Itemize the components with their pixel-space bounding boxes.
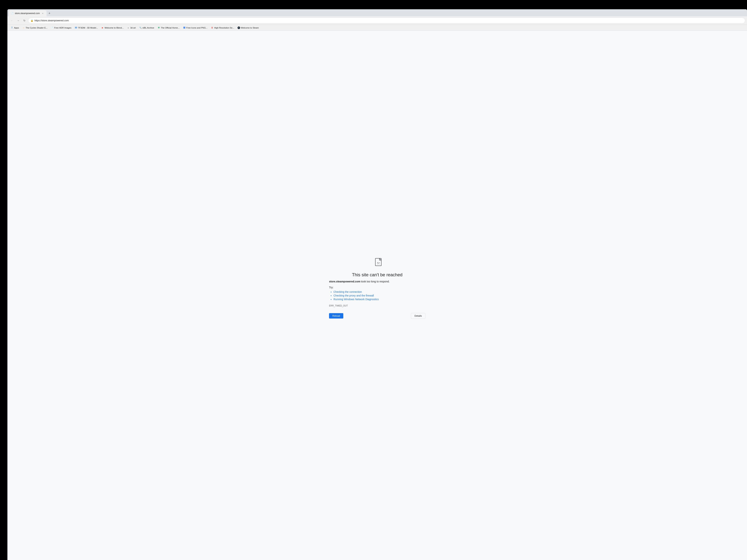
reload-button[interactable]: ↻	[22, 18, 27, 23]
bookmark-highres-label: High Resolution Se...	[214, 27, 234, 29]
bookmark-cycles-label: The Cycles Shader E...	[26, 27, 47, 29]
bookmark-3dart[interactable]: ⬥ 3d art	[125, 26, 137, 30]
bookmark-official[interactable]: M The Official Home...	[156, 26, 181, 30]
bookmark-sibl-icon: 🔍	[139, 26, 142, 29]
bookmark-hdr[interactable]: 📄 Free HDR Images	[49, 26, 73, 30]
bookmark-blend-label: Welcome to Blend...	[105, 27, 124, 29]
bookmark-icons-label: Free Icons and PNG...	[186, 27, 207, 29]
details-button[interactable]: Details	[411, 313, 426, 319]
address-text: https://store.steampowered.com	[34, 19, 69, 22]
error-icon	[374, 258, 385, 268]
bookmark-blend[interactable]: ▶ Welcome to Blend...	[100, 26, 125, 30]
toolbar: ← → ↻ 🔒 https://store.steampowered.com	[7, 16, 747, 25]
tab-favicon: 📄	[11, 12, 14, 15]
address-bar[interactable]: 🔒 https://store.steampowered.com	[28, 18, 745, 24]
svg-point-1	[377, 262, 378, 263]
error-title: This site can't be reached	[352, 272, 403, 277]
bookmark-blend-icon: ▶	[101, 26, 104, 29]
error-suggestions-list: Checking the connection Checking the pro…	[329, 290, 379, 301]
bookmark-tf3dm-label: TF3DM - 3D Model...	[78, 27, 98, 29]
bookmark-icons-icon: 🅿	[183, 26, 186, 29]
bookmark-highres-icon: 8	[211, 26, 213, 29]
button-row: Reload Details	[329, 313, 426, 319]
bookmark-cycles-icon: ↔	[22, 26, 25, 29]
bookmark-highres[interactable]: 8 High Resolution Se...	[209, 26, 236, 30]
bookmark-cycles[interactable]: ↔ The Cycles Shader E...	[21, 26, 49, 30]
tab-bar: 📄 store.steampowered.com × +	[7, 9, 747, 16]
suggestion-diagnostics[interactable]: Running Windows Network Diagnostics	[334, 298, 379, 301]
error-code: ERR_TIMED_OUT	[329, 304, 348, 307]
error-domain: store.steampowered.com	[329, 280, 360, 283]
error-container: This site can't be reached store.steampo…	[325, 254, 429, 322]
bookmark-tf3dm[interactable]: 3D TF3DM - 3D Model...	[73, 26, 99, 30]
bookmark-official-label: The Official Home...	[161, 27, 180, 29]
bookmark-hdr-label: Free HDR Images	[54, 27, 71, 29]
suggestion-proxy[interactable]: Checking the proxy and the firewall	[334, 294, 379, 297]
bookmark-steam-icon: S	[237, 26, 240, 29]
reload-button[interactable]: Reload	[329, 313, 343, 319]
suggestion-connection[interactable]: Checking the connection	[334, 290, 379, 293]
back-button[interactable]: ←	[9, 18, 15, 23]
new-tab-button[interactable]: +	[47, 11, 52, 16]
svg-point-2	[379, 262, 380, 263]
bookmark-icons[interactable]: 🅿 Free Icons and PNG...	[182, 26, 209, 30]
bookmark-tf3dm-icon: 3D	[75, 26, 77, 29]
bookmark-3dart-label: 3d art	[130, 27, 136, 29]
active-tab[interactable]: 📄 store.steampowered.com ×	[9, 10, 47, 16]
bookmark-3dart-icon: ⬥	[127, 26, 129, 29]
bookmarks-bar: ⠿ Apps ↔ The Cycles Shader E... 📄 Free H…	[7, 25, 747, 31]
error-try-label: Try:	[329, 286, 334, 289]
bookmark-apps[interactable]: ⠿ Apps	[9, 26, 20, 30]
tab-close-button[interactable]: ×	[41, 12, 44, 15]
bookmark-apps-label: Apps	[14, 27, 19, 29]
tab-title: store.steampowered.com	[15, 12, 40, 15]
forward-button[interactable]: →	[16, 18, 21, 23]
bookmark-steam-label: Welcome to Steam	[241, 27, 259, 29]
lock-icon: 🔒	[31, 19, 33, 22]
bookmark-sibl[interactable]: 🔍 sIBL Archive	[138, 26, 156, 30]
bookmark-apps-icon: ⠿	[11, 26, 14, 29]
browser-window: 📄 store.steampowered.com × + ← → ↻ 🔒 htt…	[7, 9, 747, 560]
bookmark-hdr-icon: 📄	[51, 26, 53, 29]
error-subtitle: store.steampowered.com took too long to …	[329, 280, 390, 283]
bookmark-sibl-label: sIBL Archive	[143, 27, 154, 29]
bookmark-steam[interactable]: S Welcome to Steam	[236, 26, 260, 30]
bookmark-official-icon: M	[157, 26, 160, 29]
error-page: This site can't be reached store.steampo…	[7, 31, 747, 560]
error-subtitle-message: took too long to respond.	[360, 280, 390, 283]
